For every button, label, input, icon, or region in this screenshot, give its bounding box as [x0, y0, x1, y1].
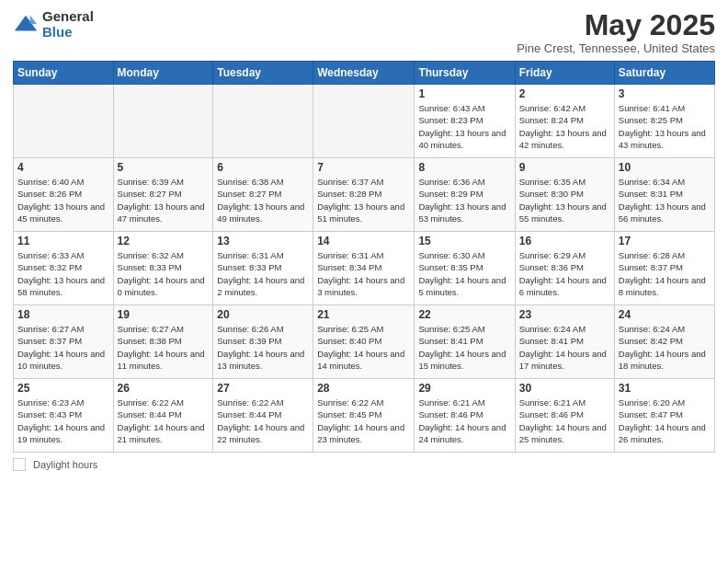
calendar-cell-2-3: 14Sunrise: 6:31 AMSunset: 8:34 PMDayligh… [313, 232, 415, 305]
day-number: 26 [118, 382, 210, 395]
day-number: 17 [619, 235, 711, 247]
day-info: Sunrise: 6:21 AMSunset: 8:46 PMDaylight:… [519, 396, 610, 445]
calendar-cell-0-3 [313, 85, 415, 158]
svg-marker-1 [30, 15, 37, 23]
calendar-cell-0-2 [213, 85, 313, 158]
daylight-label: Daylight hours [33, 459, 97, 470]
calendar-cell-3-5: 23Sunrise: 6:24 AMSunset: 8:41 PMDayligh… [515, 305, 614, 379]
day-number: 6 [217, 161, 309, 174]
day-number: 21 [317, 308, 410, 321]
day-info: Sunrise: 6:33 AMSunset: 8:32 PMDaylight:… [17, 249, 109, 298]
main-title: May 2025 [517, 9, 715, 41]
header: General Blue May 2025 Pine Crest, Tennes… [13, 9, 715, 55]
day-number: 14 [317, 235, 410, 247]
calendar-cell-1-5: 9Sunrise: 6:35 AMSunset: 8:30 PMDaylight… [515, 158, 614, 232]
title-section: May 2025 Pine Crest, Tennessee, United S… [517, 9, 715, 55]
day-number: 1 [418, 87, 510, 100]
day-number: 20 [217, 308, 309, 321]
col-friday: Friday [515, 62, 614, 85]
day-info: Sunrise: 6:26 AMSunset: 8:39 PMDaylight:… [217, 323, 309, 372]
calendar-cell-0-5: 2Sunrise: 6:42 AMSunset: 8:24 PMDaylight… [515, 85, 614, 158]
calendar-cell-1-3: 7Sunrise: 6:37 AMSunset: 8:28 PMDaylight… [313, 158, 415, 232]
logo-text: General Blue [42, 9, 94, 40]
day-info: Sunrise: 6:22 AMSunset: 8:44 PMDaylight:… [217, 396, 309, 445]
subtitle: Pine Crest, Tennessee, United States [517, 41, 715, 55]
logo: General Blue [13, 9, 94, 40]
calendar-cell-3-2: 20Sunrise: 6:26 AMSunset: 8:39 PMDayligh… [213, 305, 313, 379]
day-info: Sunrise: 6:22 AMSunset: 8:44 PMDaylight:… [118, 396, 210, 445]
day-number: 10 [619, 161, 711, 174]
calendar-cell-1-6: 10Sunrise: 6:34 AMSunset: 8:31 PMDayligh… [614, 158, 714, 232]
calendar-cell-3-0: 18Sunrise: 6:27 AMSunset: 8:37 PMDayligh… [14, 305, 114, 379]
day-number: 13 [217, 235, 309, 247]
calendar-cell-4-4: 29Sunrise: 6:21 AMSunset: 8:46 PMDayligh… [415, 379, 515, 453]
day-number: 25 [17, 382, 109, 395]
calendar: Sunday Monday Tuesday Wednesday Thursday… [13, 61, 715, 453]
calendar-cell-2-0: 11Sunrise: 6:33 AMSunset: 8:32 PMDayligh… [14, 232, 114, 305]
day-number: 8 [418, 161, 510, 174]
col-wednesday: Wednesday [313, 62, 415, 85]
day-info: Sunrise: 6:35 AMSunset: 8:30 PMDaylight:… [519, 176, 610, 224]
day-info: Sunrise: 6:24 AMSunset: 8:41 PMDaylight:… [519, 323, 610, 372]
day-info: Sunrise: 6:28 AMSunset: 8:37 PMDaylight:… [619, 249, 711, 298]
day-info: Sunrise: 6:24 AMSunset: 8:42 PMDaylight:… [619, 323, 711, 372]
logo-icon [13, 12, 39, 38]
day-number: 31 [619, 382, 711, 395]
calendar-cell-4-1: 26Sunrise: 6:22 AMSunset: 8:44 PMDayligh… [113, 379, 213, 453]
day-number: 7 [317, 161, 410, 174]
day-info: Sunrise: 6:25 AMSunset: 8:40 PMDaylight:… [317, 323, 410, 372]
day-info: Sunrise: 6:27 AMSunset: 8:38 PMDaylight:… [118, 323, 210, 372]
calendar-cell-3-6: 24Sunrise: 6:24 AMSunset: 8:42 PMDayligh… [614, 305, 714, 379]
calendar-cell-2-4: 15Sunrise: 6:30 AMSunset: 8:35 PMDayligh… [415, 232, 515, 305]
col-monday: Monday [113, 62, 213, 85]
week-row-4: 25Sunrise: 6:23 AMSunset: 8:43 PMDayligh… [14, 379, 715, 453]
day-number: 28 [317, 382, 410, 395]
calendar-cell-2-1: 12Sunrise: 6:32 AMSunset: 8:33 PMDayligh… [113, 232, 213, 305]
logo-blue-text: Blue [42, 25, 94, 40]
calendar-cell-1-4: 8Sunrise: 6:36 AMSunset: 8:29 PMDaylight… [415, 158, 515, 232]
calendar-cell-0-4: 1Sunrise: 6:43 AMSunset: 8:23 PMDaylight… [415, 85, 515, 158]
day-info: Sunrise: 6:42 AMSunset: 8:24 PMDaylight:… [519, 102, 610, 151]
calendar-header-row: Sunday Monday Tuesday Wednesday Thursday… [14, 62, 715, 85]
day-info: Sunrise: 6:30 AMSunset: 8:35 PMDaylight:… [418, 249, 510, 298]
day-number: 18 [17, 308, 109, 321]
calendar-cell-4-6: 31Sunrise: 6:20 AMSunset: 8:47 PMDayligh… [614, 379, 714, 453]
daylight-box [13, 458, 26, 471]
day-number: 22 [418, 308, 510, 321]
calendar-cell-4-5: 30Sunrise: 6:21 AMSunset: 8:46 PMDayligh… [515, 379, 614, 453]
day-number: 3 [619, 87, 711, 100]
day-info: Sunrise: 6:31 AMSunset: 8:34 PMDaylight:… [317, 249, 410, 298]
calendar-cell-3-1: 19Sunrise: 6:27 AMSunset: 8:38 PMDayligh… [113, 305, 213, 379]
day-number: 15 [418, 235, 510, 247]
day-number: 12 [118, 235, 210, 247]
day-number: 24 [619, 308, 711, 321]
col-saturday: Saturday [614, 62, 714, 85]
calendar-cell-4-2: 27Sunrise: 6:22 AMSunset: 8:44 PMDayligh… [213, 379, 313, 453]
day-info: Sunrise: 6:21 AMSunset: 8:46 PMDaylight:… [418, 396, 510, 445]
day-number: 30 [519, 382, 610, 395]
calendar-cell-0-6: 3Sunrise: 6:41 AMSunset: 8:25 PMDaylight… [614, 85, 714, 158]
calendar-cell-1-1: 5Sunrise: 6:39 AMSunset: 8:27 PMDaylight… [113, 158, 213, 232]
day-info: Sunrise: 6:29 AMSunset: 8:36 PMDaylight:… [519, 249, 610, 298]
calendar-cell-3-3: 21Sunrise: 6:25 AMSunset: 8:40 PMDayligh… [313, 305, 415, 379]
day-number: 29 [418, 382, 510, 395]
calendar-cell-3-4: 22Sunrise: 6:25 AMSunset: 8:41 PMDayligh… [415, 305, 515, 379]
logo-general-text: General [42, 9, 94, 25]
day-info: Sunrise: 6:32 AMSunset: 8:33 PMDaylight:… [118, 249, 210, 298]
day-info: Sunrise: 6:41 AMSunset: 8:25 PMDaylight:… [619, 102, 711, 151]
day-number: 5 [118, 161, 210, 174]
day-info: Sunrise: 6:43 AMSunset: 8:23 PMDaylight:… [418, 102, 510, 151]
footer-row: Daylight hours [13, 458, 715, 471]
day-info: Sunrise: 6:36 AMSunset: 8:29 PMDaylight:… [418, 176, 510, 224]
calendar-cell-4-3: 28Sunrise: 6:22 AMSunset: 8:45 PMDayligh… [313, 379, 415, 453]
day-info: Sunrise: 6:40 AMSunset: 8:26 PMDaylight:… [17, 176, 109, 224]
day-number: 23 [519, 308, 610, 321]
day-info: Sunrise: 6:38 AMSunset: 8:27 PMDaylight:… [217, 176, 309, 224]
day-info: Sunrise: 6:34 AMSunset: 8:31 PMDaylight:… [619, 176, 711, 224]
calendar-cell-1-0: 4Sunrise: 6:40 AMSunset: 8:26 PMDaylight… [14, 158, 114, 232]
day-info: Sunrise: 6:22 AMSunset: 8:45 PMDaylight:… [317, 396, 410, 445]
day-info: Sunrise: 6:37 AMSunset: 8:28 PMDaylight:… [317, 176, 410, 224]
week-row-3: 18Sunrise: 6:27 AMSunset: 8:37 PMDayligh… [14, 305, 715, 379]
day-info: Sunrise: 6:31 AMSunset: 8:33 PMDaylight:… [217, 249, 309, 298]
calendar-cell-2-2: 13Sunrise: 6:31 AMSunset: 8:33 PMDayligh… [213, 232, 313, 305]
